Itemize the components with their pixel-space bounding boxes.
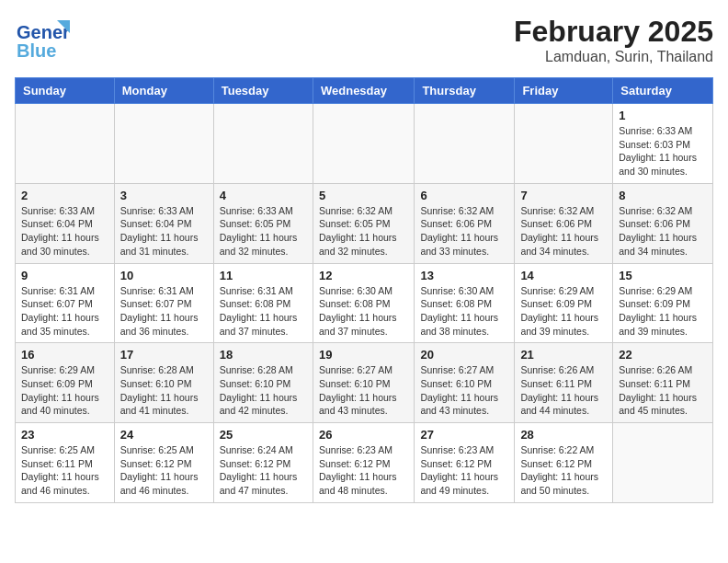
calendar-cell: 21Sunrise: 6:26 AM Sunset: 6:11 PM Dayli… — [515, 343, 613, 423]
calendar-title: February 2025 Lamduan, Surin, Thailand — [514, 15, 713, 65]
day-number: 27 — [420, 428, 508, 442]
day-number: 17 — [120, 348, 208, 362]
calendar-cell: 24Sunrise: 6:25 AM Sunset: 6:12 PM Dayli… — [114, 423, 213, 503]
calendar-cell: 17Sunrise: 6:28 AM Sunset: 6:10 PM Dayli… — [114, 343, 213, 423]
weekday-header-sunday: Sunday — [16, 78, 115, 104]
day-number: 21 — [520, 348, 607, 362]
weekday-header-row: SundayMondayTuesdayWednesdayThursdayFrid… — [16, 78, 713, 104]
day-number: 25 — [220, 428, 307, 442]
day-number: 11 — [220, 269, 307, 282]
calendar-cell: 4Sunrise: 6:33 AM Sunset: 6:05 PM Daylig… — [213, 183, 313, 263]
day-info: Sunrise: 6:33 AM Sunset: 6:03 PM Dayligh… — [619, 124, 707, 178]
calendar-cell: 23Sunrise: 6:25 AM Sunset: 6:11 PM Dayli… — [16, 423, 115, 503]
day-number: 4 — [220, 189, 307, 202]
day-number: 19 — [319, 348, 408, 362]
location: Lamduan, Surin, Thailand — [514, 49, 713, 65]
day-number: 6 — [420, 189, 508, 202]
day-number: 2 — [21, 189, 108, 202]
calendar-cell: 22Sunrise: 6:26 AM Sunset: 6:11 PM Dayli… — [613, 343, 713, 423]
day-info: Sunrise: 6:23 AM Sunset: 6:12 PM Dayligh… — [420, 443, 508, 498]
day-info: Sunrise: 6:29 AM Sunset: 6:09 PM Dayligh… — [619, 284, 707, 339]
day-info: Sunrise: 6:29 AM Sunset: 6:09 PM Dayligh… — [21, 363, 108, 418]
day-info: Sunrise: 6:26 AM Sunset: 6:11 PM Dayligh… — [520, 363, 607, 418]
weekday-header-tuesday: Tuesday — [213, 78, 313, 104]
calendar-cell — [415, 104, 515, 184]
day-number: 14 — [520, 269, 607, 282]
calendar-cell: 10Sunrise: 6:31 AM Sunset: 6:07 PM Dayli… — [114, 263, 213, 343]
day-number: 12 — [319, 269, 408, 282]
day-number: 13 — [420, 269, 508, 282]
svg-text:Blue: Blue — [17, 40, 56, 61]
page-header: General Blue February 2025 Lamduan, Suri… — [15, 15, 713, 66]
day-info: Sunrise: 6:33 AM Sunset: 6:05 PM Dayligh… — [220, 204, 307, 259]
day-info: Sunrise: 6:33 AM Sunset: 6:04 PM Dayligh… — [21, 204, 108, 259]
calendar-cell: 26Sunrise: 6:23 AM Sunset: 6:12 PM Dayli… — [313, 423, 414, 503]
day-info: Sunrise: 6:25 AM Sunset: 6:12 PM Dayligh… — [120, 443, 208, 498]
day-number: 23 — [21, 428, 108, 442]
weekday-header-monday: Monday — [114, 78, 213, 104]
calendar-cell: 7Sunrise: 6:32 AM Sunset: 6:06 PM Daylig… — [515, 183, 613, 263]
day-info: Sunrise: 6:32 AM Sunset: 6:06 PM Dayligh… — [420, 204, 508, 259]
day-info: Sunrise: 6:31 AM Sunset: 6:07 PM Dayligh… — [120, 284, 208, 339]
day-info: Sunrise: 6:31 AM Sunset: 6:08 PM Dayligh… — [220, 284, 307, 339]
calendar-week-5: 23Sunrise: 6:25 AM Sunset: 6:11 PM Dayli… — [16, 423, 713, 503]
calendar-cell: 16Sunrise: 6:29 AM Sunset: 6:09 PM Dayli… — [16, 343, 115, 423]
day-info: Sunrise: 6:32 AM Sunset: 6:05 PM Dayligh… — [319, 204, 408, 259]
day-number: 15 — [619, 269, 707, 282]
calendar-cell: 27Sunrise: 6:23 AM Sunset: 6:12 PM Dayli… — [415, 423, 515, 503]
day-number: 7 — [520, 189, 607, 202]
calendar-week-4: 16Sunrise: 6:29 AM Sunset: 6:09 PM Dayli… — [16, 343, 713, 423]
day-info: Sunrise: 6:33 AM Sunset: 6:04 PM Dayligh… — [120, 204, 208, 259]
calendar-cell: 6Sunrise: 6:32 AM Sunset: 6:06 PM Daylig… — [415, 183, 515, 263]
logo: General Blue — [15, 15, 70, 66]
calendar-table: SundayMondayTuesdayWednesdayThursdayFrid… — [15, 77, 713, 503]
day-info: Sunrise: 6:26 AM Sunset: 6:11 PM Dayligh… — [619, 363, 707, 418]
day-info: Sunrise: 6:27 AM Sunset: 6:10 PM Dayligh… — [420, 363, 508, 418]
calendar-cell: 1Sunrise: 6:33 AM Sunset: 6:03 PM Daylig… — [613, 104, 713, 184]
calendar-week-3: 9Sunrise: 6:31 AM Sunset: 6:07 PM Daylig… — [16, 263, 713, 343]
day-number: 20 — [420, 348, 508, 362]
day-number: 18 — [220, 348, 307, 362]
calendar-cell: 12Sunrise: 6:30 AM Sunset: 6:08 PM Dayli… — [313, 263, 414, 343]
calendar-cell: 18Sunrise: 6:28 AM Sunset: 6:10 PM Dayli… — [213, 343, 313, 423]
day-info: Sunrise: 6:23 AM Sunset: 6:12 PM Dayligh… — [319, 443, 408, 498]
day-number: 28 — [520, 428, 607, 442]
calendar-cell: 5Sunrise: 6:32 AM Sunset: 6:05 PM Daylig… — [313, 183, 414, 263]
calendar-week-2: 2Sunrise: 6:33 AM Sunset: 6:04 PM Daylig… — [16, 183, 713, 263]
calendar-cell: 2Sunrise: 6:33 AM Sunset: 6:04 PM Daylig… — [16, 183, 115, 263]
calendar-cell: 9Sunrise: 6:31 AM Sunset: 6:07 PM Daylig… — [16, 263, 115, 343]
day-info: Sunrise: 6:25 AM Sunset: 6:11 PM Dayligh… — [21, 443, 108, 498]
calendar-cell: 25Sunrise: 6:24 AM Sunset: 6:12 PM Dayli… — [213, 423, 313, 503]
weekday-header-thursday: Thursday — [415, 78, 515, 104]
day-info: Sunrise: 6:31 AM Sunset: 6:07 PM Dayligh… — [21, 284, 108, 339]
day-number: 3 — [120, 189, 208, 202]
day-info: Sunrise: 6:28 AM Sunset: 6:10 PM Dayligh… — [220, 363, 307, 418]
weekday-header-saturday: Saturday — [613, 78, 713, 104]
day-number: 10 — [120, 269, 208, 282]
calendar-cell — [515, 104, 613, 184]
day-info: Sunrise: 6:32 AM Sunset: 6:06 PM Dayligh… — [520, 204, 607, 259]
calendar-cell: 11Sunrise: 6:31 AM Sunset: 6:08 PM Dayli… — [213, 263, 313, 343]
calendar-cell: 15Sunrise: 6:29 AM Sunset: 6:09 PM Dayli… — [613, 263, 713, 343]
calendar-cell: 28Sunrise: 6:22 AM Sunset: 6:12 PM Dayli… — [515, 423, 613, 503]
weekday-header-friday: Friday — [515, 78, 613, 104]
calendar-cell — [613, 423, 713, 503]
calendar-cell — [16, 104, 115, 184]
calendar-cell: 3Sunrise: 6:33 AM Sunset: 6:04 PM Daylig… — [114, 183, 213, 263]
day-info: Sunrise: 6:30 AM Sunset: 6:08 PM Dayligh… — [319, 284, 408, 339]
logo-icon: General Blue — [15, 15, 70, 63]
day-number: 16 — [21, 348, 108, 362]
weekday-header-wednesday: Wednesday — [313, 78, 414, 104]
day-number: 9 — [21, 269, 108, 282]
day-number: 8 — [619, 189, 707, 202]
day-info: Sunrise: 6:30 AM Sunset: 6:08 PM Dayligh… — [420, 284, 508, 339]
calendar-cell: 13Sunrise: 6:30 AM Sunset: 6:08 PM Dayli… — [415, 263, 515, 343]
calendar-cell — [114, 104, 213, 184]
calendar-cell — [313, 104, 414, 184]
day-info: Sunrise: 6:24 AM Sunset: 6:12 PM Dayligh… — [220, 443, 307, 498]
day-info: Sunrise: 6:29 AM Sunset: 6:09 PM Dayligh… — [520, 284, 607, 339]
day-number: 24 — [120, 428, 208, 442]
day-info: Sunrise: 6:27 AM Sunset: 6:10 PM Dayligh… — [319, 363, 408, 418]
day-number: 1 — [619, 109, 707, 122]
month-year: February 2025 — [514, 15, 713, 49]
